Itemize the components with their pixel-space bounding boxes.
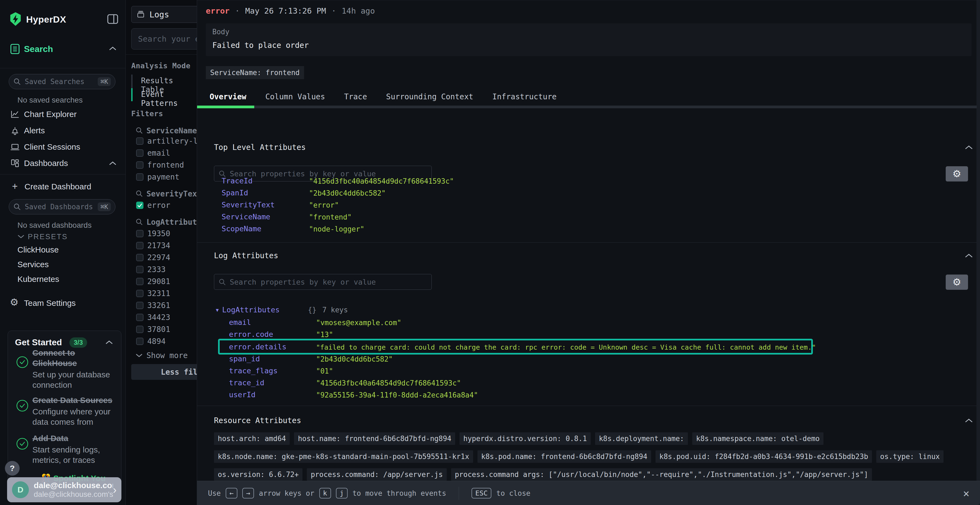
filter-option[interactable]: 19350 — [136, 229, 170, 238]
tab-trace[interactable]: Trace — [344, 92, 367, 101]
event-search-input[interactable]: Search your ev — [131, 28, 197, 49]
checkbox[interactable] — [136, 230, 143, 237]
resource-tag[interactable]: os.version: 6.6.72+ — [214, 468, 302, 481]
filter-option[interactable]: 4894 — [136, 337, 165, 346]
resource-tag[interactable]: process.command: /app/server.js — [307, 468, 447, 481]
sidebar-item-dashboards[interactable]: Dashboards — [0, 156, 126, 171]
attr-value[interactable]: "error" — [309, 201, 339, 210]
chevron-up-icon[interactable] — [965, 145, 973, 150]
less-filters-button[interactable]: Less filters — [131, 364, 197, 380]
attr-value[interactable]: "4156d3fbc40a64854d9dc7f68641593c" — [316, 379, 461, 387]
attr-key[interactable]: trace_flags — [229, 367, 278, 375]
checkbox[interactable] — [136, 173, 143, 181]
attr-value[interactable]: "4156d3fbc40a64854d9dc7f68641593c" — [309, 177, 454, 186]
filter-option[interactable]: error — [136, 201, 170, 210]
resource-tag[interactable]: k8s.node.name: gke-pme-k8s-standard-main… — [214, 450, 473, 463]
settings-gear-button[interactable]: ⚙ — [946, 166, 968, 181]
tab-infrastructure[interactable]: Infrastructure — [492, 92, 557, 101]
attr-key[interactable]: ScopeName — [221, 224, 261, 233]
attr-value[interactable]: "92a55156-39a4-11f0-8ddd-a2eca416a8a4" — [316, 391, 478, 399]
resource-tag[interactable]: process.command args: ["/usr/local/bin/n… — [451, 468, 872, 481]
resource-tag[interactable]: host.name: frontend-6b6c8d7bfd-ng894 — [294, 432, 455, 445]
attr-key[interactable]: userId — [229, 391, 256, 399]
resource-tag[interactable]: hyperdx.distro.version: 0.8.1 — [460, 432, 591, 445]
sidebar-item-team-settings[interactable]: ⚙ Team Settings — [0, 295, 126, 311]
chevron-up-icon[interactable] — [965, 418, 973, 423]
filter-option[interactable]: artillery-loa — [136, 137, 197, 146]
log-attributes-root-key[interactable]: LogAttributes — [222, 306, 280, 314]
saved-searches-input[interactable]: Saved Searches ⌘K — [9, 74, 115, 89]
attr-value[interactable]: "2b43d0c4dd6bc582" — [316, 355, 393, 364]
checkbox[interactable] — [136, 266, 143, 273]
saved-dashboards-input[interactable]: Saved Dashboards ⌘K — [9, 199, 115, 214]
log-attrs-search-input[interactable]: Search properties by key or value — [214, 274, 432, 290]
source-select[interactable]: Logs — [131, 6, 197, 23]
tab-column-values[interactable]: Column Values — [266, 92, 325, 101]
filter-option[interactable]: email — [136, 149, 170, 157]
filter-group-logattributes[interactable]: LogAttributes — [146, 218, 197, 227]
sidebar-item-alerts[interactable]: Alerts — [0, 123, 126, 138]
sidebar-item-search[interactable]: Search — [0, 41, 126, 57]
filter-option[interactable]: 29081 — [136, 277, 170, 286]
filter-option[interactable]: 22974 — [136, 253, 170, 262]
checkbox[interactable] — [136, 149, 143, 157]
resource-tag[interactable]: k8s.namespace.name: otel-demo — [692, 432, 824, 445]
checkbox[interactable] — [136, 278, 143, 285]
tab-surrounding-context[interactable]: Surrounding Context — [386, 92, 473, 101]
chevron-up-icon[interactable] — [109, 161, 116, 165]
preset-item-clickhouse[interactable]: ClickHouse — [0, 243, 126, 257]
mode-event-patterns[interactable]: Event Patterns — [141, 90, 197, 108]
resource-tag[interactable]: os.type: linux — [876, 450, 943, 463]
filter-option[interactable]: 2333 — [136, 265, 165, 274]
close-icon[interactable]: ✕ — [963, 487, 969, 499]
attr-value[interactable]: "01" — [316, 367, 333, 375]
filter-option[interactable]: payment — [136, 173, 180, 181]
service-tag[interactable]: ServiceName: frontend — [206, 66, 304, 79]
attr-key[interactable]: error.code — [229, 330, 273, 339]
attr-value[interactable]: "13" — [316, 330, 333, 339]
checkbox[interactable] — [136, 290, 143, 297]
preset-item-kubernetes[interactable]: Kubernetes — [0, 272, 126, 286]
chevron-up-icon[interactable] — [965, 253, 973, 258]
scrollbar-track[interactable] — [977, 0, 980, 505]
attr-value[interactable]: "vmoses@example.com" — [316, 318, 401, 327]
attr-value[interactable]: "2b43d0c4dd6bc582" — [309, 189, 386, 197]
filter-option[interactable]: 37801 — [136, 325, 170, 334]
attr-key[interactable]: ServiceName — [221, 213, 270, 221]
filter-group-servicename[interactable]: ServiceName — [146, 126, 197, 135]
attr-key[interactable]: SpanId — [221, 189, 248, 197]
sidebar-collapse-icon[interactable] — [107, 14, 118, 24]
attr-key[interactable]: SeverityText — [221, 200, 275, 209]
resource-tag[interactable]: k8s.pod.name: frontend-6b6c8d7bfd-ng894 — [477, 450, 651, 463]
filter-option[interactable]: 21734 — [136, 241, 170, 250]
filter-group-severitytext[interactable]: SeverityText — [146, 189, 197, 199]
checkbox[interactable] — [136, 314, 143, 321]
attr-value[interactable]: "node-logger" — [309, 225, 364, 233]
resource-tag[interactable]: host.arch: amd64 — [214, 432, 290, 445]
checkbox[interactable] — [136, 242, 143, 249]
settings-gear-button[interactable]: ⚙ — [946, 275, 968, 290]
chevron-up-icon[interactable] — [109, 46, 116, 51]
chevron-up-icon[interactable] — [105, 340, 113, 345]
checkbox-checked[interactable] — [136, 202, 143, 209]
filter-option[interactable]: 34423 — [136, 313, 170, 322]
attr-value-error-details[interactable]: "failed to charge card: could not charge… — [316, 343, 816, 352]
tab-overview[interactable]: Overview — [210, 92, 247, 101]
attr-key[interactable]: TraceId — [221, 176, 253, 185]
show-more-button[interactable]: Show more — [135, 351, 188, 360]
checkbox[interactable] — [136, 254, 143, 261]
checkbox[interactable] — [136, 137, 143, 145]
filter-option[interactable]: 33261 — [136, 301, 170, 310]
attr-key[interactable]: span_id — [229, 354, 260, 363]
checkbox[interactable] — [136, 326, 143, 333]
sidebar-item-chart-explorer[interactable]: Chart Explorer — [0, 106, 126, 122]
checkbox[interactable] — [136, 302, 143, 309]
attr-value[interactable]: "frontend" — [309, 213, 352, 221]
checkbox[interactable] — [136, 338, 143, 345]
attr-key[interactable]: trace_id — [229, 378, 264, 387]
filter-option[interactable]: frontend — [136, 160, 184, 170]
sidebar-item-client-sessions[interactable]: Client Sessions — [0, 139, 126, 154]
create-dashboard-button[interactable]: + Create Dashboard — [0, 179, 126, 194]
resource-tag[interactable]: k8s.deployment.name: — [595, 432, 688, 445]
presets-toggle[interactable]: PRESETS — [0, 231, 126, 243]
